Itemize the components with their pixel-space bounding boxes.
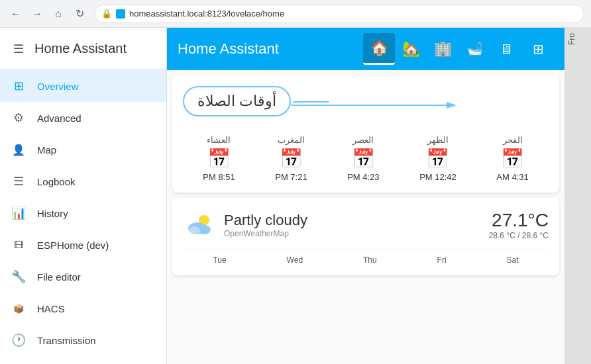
sidebar-item-hacs[interactable]: 📦 HACS [0,293,166,324]
fajr-icon: 📅 [501,148,524,169]
topbar: Home Assistant 🏠 🏡 🏢 🛁 🖥 ⊞ [167,28,564,70]
esphome-icon: 🎞 [11,240,27,250]
svg-marker-1 [447,102,457,109]
logbook-label: Logbook [37,176,76,187]
zuhr-time: 12:42 PM [419,172,457,182]
sidebar-item-file-editor[interactable]: 🔧 File editor [0,261,166,293]
weather-day-wed: Wed [287,255,303,265]
weather-day-fri: Fri [437,255,447,265]
asr-time: 4:23 PM [347,172,379,182]
right-panel-label: Fro [564,28,579,50]
weather-high-low: 28.6 °C / 28.6 °C [489,231,549,240]
weather-condition: Partly cloudy [224,212,481,229]
lovelace-content: أوقات الصلاة الفجر 📅 4:31 AM [167,70,564,364]
forward-button[interactable]: → [28,5,46,23]
map-label: Map [37,144,56,156]
sidebar-title: Home Assistant [34,41,127,56]
sidebar: ☰ Home Assistant ⊞ Overview ⚙ Advanced 👤… [0,28,167,364]
advanced-icon: ⚙ [11,111,27,125]
tab-outside[interactable]: 🏡 [395,33,427,65]
isha-icon: 📅 [207,148,231,169]
weather-info: Partly cloudy OpenWeatherMap [224,212,481,238]
hamburger-button[interactable]: ☰ [11,39,27,59]
prayer-arrow [291,95,463,115]
overview-label: Overview [37,81,79,92]
prayer-item-isha: العشاء 📅 8:51 PM [203,135,235,182]
lock-icon: 🔒 [101,9,112,19]
home-button[interactable]: ⌂ [49,5,68,23]
svg-point-5 [189,226,200,234]
prayer-item-zuhr: الظهر 📅 12:42 PM [419,135,457,182]
browser-chrome: ← → ⌂ ↻ 🔒 homeassistant.local:8123/lovel… [0,0,591,28]
hacs-label: HACS [37,303,65,314]
file-editor-icon: 🔧 [11,269,27,284]
prayer-item-fajr: الفجر 📅 4:31 AM [496,135,528,182]
address-bar[interactable]: 🔒 homeassistant.local:8123/lovelace/home [94,5,584,23]
transmission-icon: 🕐 [11,333,27,347]
sidebar-header: ☰ Home Assistant [0,28,166,70]
prayer-times-card: أوقات الصلاة الفجر 📅 4:31 AM [172,75,559,193]
zuhr-icon: 📅 [426,148,449,169]
prayer-item-maghrib: المغرب 📅 7:21 PM [275,135,307,182]
map-icon: 👤 [11,144,27,156]
sidebar-item-advanced[interactable]: ⚙ Advanced [0,102,166,134]
topbar-title: Home Assistant [178,40,363,58]
weather-main: Partly cloudy OpenWeatherMap 27.1°C 28.6… [183,208,549,242]
asr-icon: 📅 [352,148,375,169]
sidebar-item-transmission[interactable]: 🕐 Transmission [0,324,166,356]
history-label: History [37,208,68,219]
main-content: Home Assistant 🏠 🏡 🏢 🛁 🖥 ⊞ أوقات الصلاة [167,28,564,364]
fajr-name: الفجر [503,135,523,145]
app-container: ☰ Home Assistant ⊞ Overview ⚙ Advanced 👤… [0,28,591,364]
isha-time: 8:51 PM [203,172,235,182]
transmission-label: Transmission [37,335,96,346]
refresh-button[interactable]: ↻ [70,5,89,23]
favicon [116,9,125,19]
maghrib-name: المغرب [278,135,305,145]
weather-day-tue: Tue [213,255,226,265]
sidebar-item-logbook[interactable]: ☰ Logbook [0,165,166,197]
advanced-label: Advanced [37,113,81,124]
sidebar-nav: ⊞ Overview ⚙ Advanced 👤 Map ☰ Logbook 📊 … [0,70,166,364]
prayer-item-asr: العصر 📅 4:23 PM [347,135,379,182]
weather-days: Tue Wed Thu Fri Sat [183,250,549,265]
logbook-icon: ☰ [11,174,27,189]
weather-source: OpenWeatherMap [224,229,481,238]
prayer-times-row: الفجر 📅 4:31 AM الظهر 📅 12:42 PM العصر 📅 [183,135,549,182]
file-editor-label: File editor [37,271,81,283]
isha-name: العشاء [207,135,231,145]
weather-temperature: 27.1°C [489,210,549,231]
sidebar-item-history[interactable]: 📊 History [0,197,166,229]
fajr-time: 4:31 AM [496,172,528,182]
tab-monitor[interactable]: 🖥 [490,33,522,65]
topbar-icons: 🏠 🏡 🏢 🛁 🖥 ⊞ [363,33,554,65]
tab-bath[interactable]: 🛁 [458,33,490,65]
tab-network[interactable]: ⊞ [522,33,554,65]
weather-temp-section: 27.1°C 28.6 °C / 28.6 °C [489,210,549,240]
back-button[interactable]: ← [7,5,25,23]
history-icon: 📊 [11,206,27,220]
tab-building[interactable]: 🏢 [427,33,458,65]
esphome-label: ESPHome (dev) [37,240,109,251]
sidebar-item-map[interactable]: 👤 Map [0,134,166,165]
weather-day-sat: Sat [506,255,518,265]
sidebar-item-esphome[interactable]: 🎞 ESPHome (dev) [0,229,166,261]
right-panel: Fro [564,28,591,364]
url-text: homeassistant.local:8123/lovelace/home [129,9,284,19]
asr-name: العصر [352,135,374,145]
nav-buttons: ← → ⌂ ↻ [7,5,89,23]
weather-card: Partly cloudy OpenWeatherMap 27.1°C 28.6… [172,198,559,275]
maghrib-time: 7:21 PM [275,172,307,182]
hacs-icon: 📦 [11,304,27,314]
tab-home[interactable]: 🏠 [363,33,395,65]
zuhr-name: الظهر [427,135,449,145]
sidebar-item-overview[interactable]: ⊞ Overview [0,70,166,102]
maghrib-icon: 📅 [280,148,303,169]
overview-icon: ⊞ [11,79,27,93]
weather-day-thu: Thu [363,255,377,265]
weather-cloud-icon [183,208,216,242]
prayer-card-title: أوقات الصلاة [183,86,291,116]
